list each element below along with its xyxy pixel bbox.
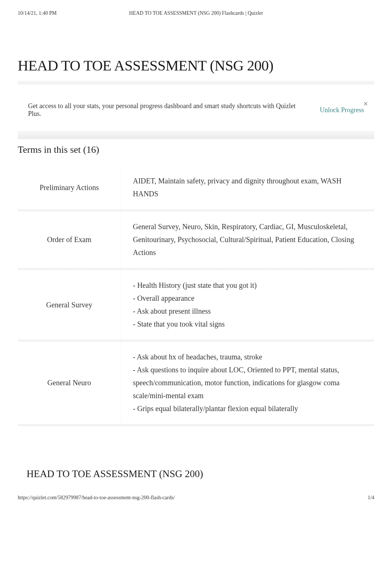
card-definition: - Health History (just state that you go… [121, 270, 374, 339]
card-term: Preliminary Actions [18, 166, 121, 209]
main-content: HEAD TO TOE ASSESSMENT (NSG 200) Get acc… [0, 57, 392, 480]
promo-banner: Get access to all your stats, your perso… [18, 96, 374, 124]
unlock-progress-link[interactable]: Unlock Progress [320, 106, 364, 114]
page-title: HEAD TO TOE ASSESSMENT (NSG 200) [18, 57, 374, 74]
print-header: 10/14/21, 1:40 PM HEAD TO TOE ASSESSMENT… [0, 0, 392, 16]
card-definition: AIDET, Maintain safety, privacy and dign… [121, 166, 374, 209]
print-timestamp: 10/14/21, 1:40 PM [18, 10, 56, 16]
flashcard[interactable]: General Neuro - Ask about hx of headache… [18, 342, 374, 424]
footer-title: HEAD TO TOE ASSESSMENT (NSG 200) [27, 468, 374, 480]
footer-url: https://quizlet.com/582979987/head-to-to… [18, 495, 175, 501]
divider [18, 81, 374, 84]
promo-text: Get access to all your stats, your perso… [28, 102, 305, 118]
card-term: General Neuro [18, 342, 121, 424]
card-definition: General Survey, Neuro, Skin, Respiratory… [121, 211, 374, 268]
divider [18, 131, 374, 139]
card-term: General Survey [18, 270, 121, 339]
print-footer: https://quizlet.com/582979987/head-to-to… [18, 495, 374, 501]
close-icon[interactable]: ✕ [362, 100, 369, 107]
card-list: Preliminary Actions AIDET, Maintain safe… [18, 166, 374, 424]
flashcard[interactable]: Preliminary Actions AIDET, Maintain safe… [18, 166, 374, 209]
flashcard[interactable]: Order of Exam General Survey, Neuro, Ski… [18, 211, 374, 268]
print-page-title: HEAD TO TOE ASSESSMENT (NSG 200) Flashca… [129, 10, 263, 16]
flashcard[interactable]: General Survey - Health History (just st… [18, 270, 374, 339]
footer-page-number: 1/4 [368, 495, 374, 501]
section-title: Terms in this set (16) [18, 144, 374, 155]
card-term: Order of Exam [18, 211, 121, 268]
card-definition: - Ask about hx of headaches, trauma, str… [121, 342, 374, 424]
